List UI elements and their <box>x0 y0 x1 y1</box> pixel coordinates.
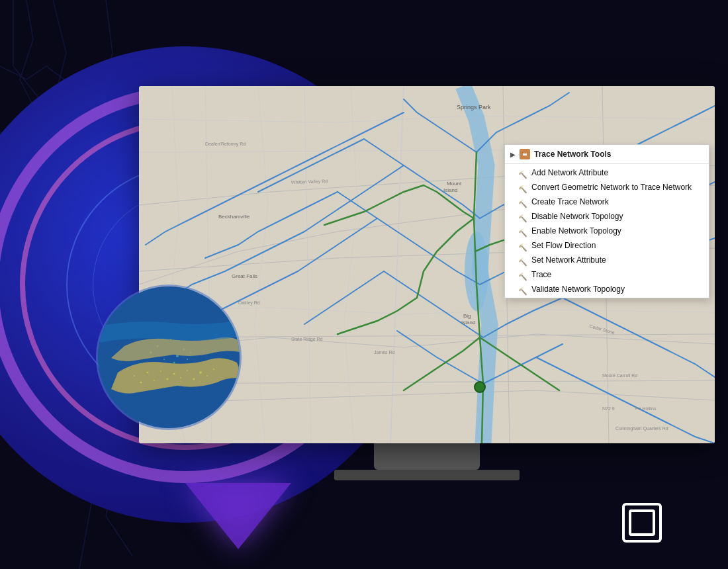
svg-text:Island: Island <box>443 187 457 193</box>
tool-item-trace[interactable]: Trace <box>505 267 709 282</box>
svg-point-42 <box>173 373 175 375</box>
svg-text:James Rd: James Rd <box>374 350 395 355</box>
tool-item-add-network-attribute[interactable]: Add Network Attribute <box>505 165 709 180</box>
tool-item-label: Add Network Attribute <box>531 168 608 177</box>
svg-rect-27 <box>523 155 527 156</box>
tool-item-label: Trace <box>531 270 551 279</box>
tool-item-convert-geometric-network[interactable]: Convert Geometric Network to Trace Netwo… <box>505 180 709 195</box>
svg-point-49 <box>180 377 181 378</box>
svg-point-38 <box>187 359 188 360</box>
arcgis-icon-inner <box>629 509 655 536</box>
svg-rect-26 <box>523 154 527 155</box>
tool-wrench-icon <box>518 255 527 265</box>
collapse-arrow-icon[interactable]: ▶ <box>510 151 516 158</box>
tools-panel-header: ▶ Trace Network Tools <box>505 145 709 164</box>
tool-item-set-network-attribute[interactable]: Set Network Attribute <box>505 253 709 267</box>
globe-svg <box>98 286 240 428</box>
tool-wrench-icon <box>518 226 527 236</box>
svg-point-46 <box>140 382 142 384</box>
tool-item-disable-network-topology[interactable]: Disable Network Topology <box>505 209 709 224</box>
svg-point-39 <box>134 375 135 376</box>
tool-wrench-icon <box>518 183 527 192</box>
tools-panel-icon <box>520 149 530 159</box>
svg-point-37 <box>173 362 175 364</box>
svg-point-40 <box>147 372 149 374</box>
svg-text:Oakley Rd: Oakley Rd <box>238 300 260 306</box>
monitor-base <box>334 470 520 480</box>
tool-wrench-icon <box>518 197 527 206</box>
tool-item-label: Set Flow Direction <box>531 241 596 250</box>
tool-item-label: Disable Network Topology <box>531 212 623 221</box>
tool-item-enable-network-topology[interactable]: Enable Network Topology <box>505 224 709 238</box>
tool-item-label: Validate Network Topology <box>531 284 625 294</box>
svg-text:N72 9: N72 9 <box>602 406 615 411</box>
tool-item-set-flow-direction[interactable]: Set Flow Direction <box>505 238 709 253</box>
tool-wrench-icon <box>518 212 527 221</box>
svg-text:Springs Park: Springs Park <box>457 104 491 110</box>
svg-text:Cunningham Quarters Rd: Cunningham Quarters Rd <box>615 426 668 431</box>
trace-network-tools-panel: ▶ Trace Network Tools Add Network Attrib… <box>504 144 709 298</box>
tool-item-validate-network-topology[interactable]: Validate Network Topology <box>505 282 709 296</box>
arcgis-icon <box>622 503 662 543</box>
svg-text:Great Falls: Great Falls <box>232 273 257 279</box>
svg-point-2 <box>475 382 485 392</box>
svg-point-47 <box>154 380 155 381</box>
tool-item-create-trace-network[interactable]: Create Trace Network <box>505 195 709 209</box>
svg-rect-25 <box>523 153 527 153</box>
tool-wrench-icon <box>518 284 527 294</box>
globe-inner <box>98 286 240 428</box>
svg-point-51 <box>206 375 208 376</box>
svg-text:Moore Carroll Rd: Moore Carroll Rd <box>602 373 637 378</box>
svg-text:Big: Big <box>463 313 471 319</box>
tool-wrench-icon <box>518 270 527 279</box>
tool-wrench-icon <box>518 168 527 177</box>
tool-item-label: Create Trace Network <box>531 197 609 206</box>
svg-text:Deafen'Reformy Rd: Deafen'Reformy Rd <box>205 142 246 147</box>
svg-point-45 <box>213 369 214 370</box>
tools-list: Add Network AttributeConvert Geometric N… <box>505 164 709 298</box>
svg-text:Mount: Mount <box>447 181 462 187</box>
purple-arrow <box>185 483 291 549</box>
monitor-stand <box>374 443 480 470</box>
svg-point-32 <box>163 359 165 360</box>
svg-point-43 <box>187 370 188 371</box>
svg-point-41 <box>160 371 161 372</box>
svg-point-50 <box>193 378 195 380</box>
svg-point-44 <box>199 371 202 374</box>
tool-item-label: Convert Geometric Network to Trace Netwo… <box>531 183 692 192</box>
svg-text:Beckhamville: Beckhamville <box>218 214 250 220</box>
tool-wrench-icon <box>518 241 527 250</box>
svg-text:Island: Island <box>461 320 475 326</box>
tools-panel-title: Trace Network Tools <box>534 150 611 159</box>
svg-text:Pa Hollins: Pa Hollins <box>635 406 657 411</box>
tool-item-label: Enable Network Topology <box>531 226 621 236</box>
svg-text:State Ridge Rd: State Ridge Rd <box>291 337 323 342</box>
tool-item-label: Set Network Attribute <box>531 255 606 265</box>
svg-point-48 <box>167 378 169 380</box>
globe-thumbnail <box>96 284 242 430</box>
